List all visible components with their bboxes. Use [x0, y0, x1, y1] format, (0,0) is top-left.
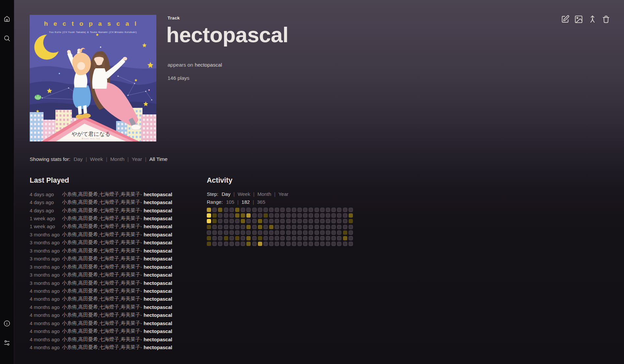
activity-cell[interactable]	[207, 208, 211, 212]
track-link[interactable]: hectopascal	[144, 304, 172, 310]
activity-cell[interactable]	[315, 219, 319, 223]
activity-cell[interactable]	[235, 225, 239, 229]
activity-cell[interactable]	[212, 242, 217, 246]
activity-cell[interactable]	[241, 230, 245, 235]
activity-cell[interactable]	[326, 219, 330, 223]
activity-cell[interactable]	[337, 242, 341, 246]
track-link[interactable]: hectopascal	[144, 216, 172, 221]
artist-link[interactable]: 高田憂希	[78, 231, 98, 238]
track-link[interactable]: hectopascal	[144, 337, 172, 342]
activity-cell[interactable]	[207, 230, 211, 235]
activity-cell[interactable]	[230, 230, 234, 235]
artist-link[interactable]: 小糸侑	[62, 328, 77, 334]
activity-cell[interactable]	[292, 236, 296, 240]
activity-cell[interactable]	[230, 219, 234, 223]
artist-link[interactable]: 小糸侑	[62, 256, 77, 262]
activity-cell[interactable]	[269, 208, 273, 212]
activity-cell[interactable]	[224, 236, 228, 240]
stats-option-month[interactable]: Month	[110, 156, 124, 162]
activity-cell[interactable]	[224, 213, 228, 218]
activity-cell[interactable]	[246, 208, 251, 212]
activity-cell[interactable]	[258, 242, 262, 246]
activity-cell[interactable]	[337, 208, 341, 212]
artist-link[interactable]: 小糸侑	[62, 312, 77, 318]
activity-cell[interactable]	[343, 242, 347, 246]
activity-cell[interactable]	[315, 213, 319, 218]
activity-cell[interactable]	[224, 208, 228, 212]
activity-cell[interactable]	[246, 230, 251, 235]
activity-cell[interactable]	[264, 213, 268, 218]
activity-cell[interactable]	[207, 242, 211, 246]
activity-cell[interactable]	[264, 242, 268, 246]
artist-link[interactable]: 七海燈子	[99, 215, 119, 222]
activity-cell[interactable]	[286, 225, 291, 229]
artist-link[interactable]: 小糸侑	[62, 191, 77, 197]
activity-cell[interactable]	[246, 242, 251, 246]
activity-cell[interactable]	[309, 225, 313, 229]
activity-cell[interactable]	[246, 236, 251, 240]
activity-cell[interactable]	[246, 225, 251, 229]
activity-cell[interactable]	[326, 242, 330, 246]
artist-link[interactable]: 小糸侑	[62, 336, 77, 343]
track-link[interactable]: hectopascal	[144, 320, 172, 326]
artist-link[interactable]: 高田憂希	[78, 199, 98, 205]
artist-link[interactable]: 小糸侑	[62, 272, 77, 278]
activity-cell[interactable]	[297, 242, 302, 246]
activity-cell[interactable]	[235, 213, 239, 218]
activity-cell[interactable]	[235, 236, 239, 240]
activity-cell[interactable]	[315, 208, 319, 212]
artist-link[interactable]: 七海燈子	[99, 272, 119, 278]
activity-cell[interactable]	[309, 213, 313, 218]
activity-cell[interactable]	[269, 213, 273, 218]
activity-cell[interactable]	[264, 225, 268, 229]
activity-cell[interactable]	[207, 213, 211, 218]
artist-link[interactable]: 寿美菜子	[121, 256, 140, 262]
artist-link[interactable]: 高田憂希	[78, 207, 98, 214]
merge-icon[interactable]	[588, 15, 597, 24]
track-link[interactable]: hectopascal	[144, 248, 172, 254]
activity-cell[interactable]	[349, 225, 353, 229]
range-option-182[interactable]: 182	[241, 199, 250, 205]
artist-link[interactable]: 小糸侑	[62, 207, 77, 214]
activity-cell[interactable]	[337, 230, 341, 235]
edit-icon[interactable]	[561, 15, 570, 24]
activity-cell[interactable]	[212, 230, 217, 235]
activity-cell[interactable]	[320, 236, 325, 240]
activity-cell[interactable]	[218, 242, 222, 246]
track-link[interactable]: hectopascal	[144, 272, 172, 278]
activity-cell[interactable]	[320, 225, 325, 229]
activity-cell[interactable]	[212, 236, 217, 240]
track-link[interactable]: hectopascal	[144, 296, 172, 302]
activity-cell[interactable]	[349, 230, 353, 235]
artist-link[interactable]: 寿美菜子	[121, 207, 140, 214]
activity-cell[interactable]	[326, 208, 330, 212]
activity-cell[interactable]	[230, 208, 234, 212]
activity-cell[interactable]	[349, 242, 353, 246]
activity-cell[interactable]	[337, 213, 341, 218]
activity-cell[interactable]	[286, 219, 291, 223]
artist-link[interactable]: 高田憂希	[78, 320, 98, 326]
activity-cell[interactable]	[269, 236, 273, 240]
artist-link[interactable]: 小糸侑	[62, 215, 77, 222]
activity-cell[interactable]	[292, 208, 296, 212]
activity-cell[interactable]	[241, 242, 245, 246]
artist-link[interactable]: 小糸侑	[62, 199, 77, 205]
artist-link[interactable]: 寿美菜子	[121, 199, 140, 205]
artist-link[interactable]: 小糸侑	[62, 280, 77, 286]
activity-cell[interactable]	[269, 219, 273, 223]
activity-cell[interactable]	[241, 236, 245, 240]
activity-cell[interactable]	[326, 230, 330, 235]
artist-link[interactable]: 小糸侑	[62, 231, 77, 238]
artist-link[interactable]: 寿美菜子	[121, 248, 140, 254]
artist-link[interactable]: 七海燈子	[99, 239, 119, 246]
activity-cell[interactable]	[343, 219, 347, 223]
artist-link[interactable]: 高田憂希	[78, 256, 98, 262]
track-link[interactable]: hectopascal	[144, 264, 172, 270]
activity-cell[interactable]	[309, 230, 313, 235]
activity-cell[interactable]	[212, 213, 217, 218]
artist-link[interactable]: 七海燈子	[99, 288, 119, 294]
activity-cell[interactable]	[224, 225, 228, 229]
activity-cell[interactable]	[280, 225, 285, 229]
activity-cell[interactable]	[252, 230, 257, 235]
artist-link[interactable]: 七海燈子	[99, 328, 119, 334]
